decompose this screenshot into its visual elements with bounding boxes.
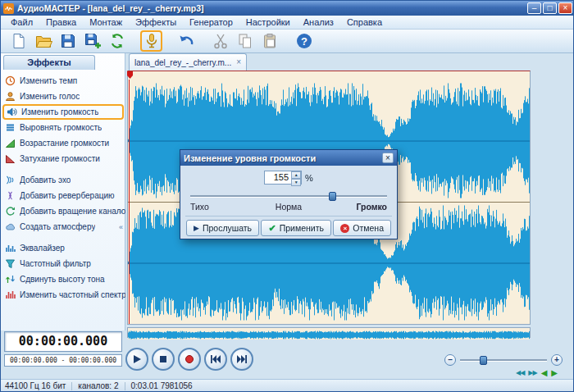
skip-back-icon	[210, 354, 221, 364]
playhead-marker-icon[interactable]	[127, 71, 133, 79]
zoom-slider-track[interactable]	[460, 359, 547, 362]
copy-button[interactable]	[234, 30, 256, 52]
volume-slider-handle[interactable]	[329, 192, 336, 201]
menu-file[interactable]: Файл	[4, 16, 39, 28]
copy-icon	[236, 32, 254, 50]
paste-icon	[261, 32, 279, 50]
menu-generator[interactable]: Генератор	[183, 16, 239, 28]
cancel-button[interactable]: × Отмена	[333, 220, 391, 236]
open-button[interactable]	[32, 30, 54, 52]
play-preview-icon: ▶	[194, 224, 199, 232]
undo-button[interactable]	[175, 30, 197, 52]
volume-value: 155	[274, 172, 289, 182]
sidebar-item-fade-out[interactable]: Затухание громкости	[1, 151, 125, 166]
cancel-icon: ×	[340, 224, 349, 233]
volume-slider-track[interactable]	[190, 195, 387, 198]
app-window: АудиоМАСТЕР - [lana_del_rey_-_cherry.mp3…	[0, 0, 574, 392]
spinner-down-icon[interactable]: ▼	[291, 179, 301, 186]
rotate-icon	[5, 206, 16, 217]
menu-effects[interactable]: Эффекты	[129, 16, 183, 28]
listen-button[interactable]: ▶ Прослушать	[186, 220, 259, 236]
overview-canvas[interactable]	[128, 330, 530, 340]
overview-strip[interactable]	[127, 327, 531, 338]
level-bars-icon	[5, 122, 16, 133]
listen-button-label: Прослушать	[203, 223, 252, 233]
tab-close-icon[interactable]: ×	[236, 58, 241, 66]
sidebar-item-shift-pitch[interactable]: Сдвинуть высоту тона	[1, 271, 125, 287]
minimize-button[interactable]: –	[527, 2, 541, 14]
apply-button[interactable]: ✔ Применить	[261, 220, 330, 236]
sidebar-item-change-voice[interactable]: Изменить голос	[1, 89, 125, 104]
maximize-button[interactable]: □	[543, 2, 557, 14]
sidebar-item-label: Изменить частотный спектр	[20, 290, 125, 299]
volume-spinner: ▲ ▼	[291, 171, 301, 184]
new-file-icon	[10, 32, 28, 50]
status-divider	[125, 382, 125, 390]
help-button[interactable]: ?	[293, 30, 315, 52]
sidebar-item-change-volume[interactable]: Изменить громкость	[2, 104, 124, 120]
play-icon	[132, 354, 142, 364]
toolbar: ?	[1, 30, 574, 53]
sidebar-item-label: Затухание громкости	[20, 154, 100, 163]
dialog-close-button[interactable]: ×	[382, 153, 394, 163]
title-bar[interactable]: АудиоМАСТЕР - [lana_del_rey_-_cherry.mp3…	[1, 1, 574, 16]
scroll-left-icon[interactable]: ◀◀	[516, 369, 524, 376]
stop-button[interactable]	[152, 348, 175, 371]
scroll-right-icon[interactable]: ▶▶	[528, 369, 536, 376]
cut-button[interactable]	[209, 30, 231, 52]
menu-analysis[interactable]: Анализ	[297, 16, 340, 28]
sidebar-item-level-volume[interactable]: Выровнять громкость	[1, 120, 125, 135]
volume-value-input[interactable]: 155 ▲ ▼	[264, 171, 302, 185]
equalizer-icon	[5, 243, 16, 253]
dialog-title-bar[interactable]: Изменение уровня громкости ×	[180, 150, 397, 166]
sidebar-item-equalizer[interactable]: Эквалайзер	[1, 240, 125, 256]
save-button[interactable]	[57, 30, 79, 52]
sidebar-item-change-tempo[interactable]: Изменить темп	[1, 73, 125, 89]
status-position: 0:03.01 7981056	[131, 381, 193, 390]
sidebar-item-label: Частотный фильтр	[20, 259, 91, 268]
menu-edit[interactable]: Правка	[39, 16, 83, 28]
sidebar-item-frequency-filter[interactable]: Частотный фильтр	[1, 256, 125, 271]
apply-button-label: Применить	[280, 223, 324, 233]
sidebar-item-channel-rotation[interactable]: Добавить вращение каналов«	[1, 203, 125, 219]
close-button[interactable]: ×	[558, 2, 572, 14]
paste-button[interactable]	[258, 30, 280, 52]
sidebar-item-add-echo[interactable]: Добавить эхо	[1, 172, 125, 188]
dialog-title: Изменение уровня громкости	[184, 153, 382, 163]
convert-button[interactable]	[106, 30, 128, 52]
jump-end-icon[interactable]: ▶	[551, 368, 558, 377]
spinner-up-icon[interactable]: ▲	[291, 171, 301, 179]
play-button[interactable]	[125, 348, 148, 371]
spectrum-icon	[5, 289, 16, 300]
jump-start-icon[interactable]: ◀	[541, 368, 548, 377]
undo-icon	[177, 32, 195, 50]
zoom-out-button[interactable]: –	[444, 354, 456, 366]
collapse-arrow-icon[interactable]: «	[119, 223, 123, 231]
record-transport-button[interactable]	[178, 348, 201, 371]
menu-montage[interactable]: Монтаж	[83, 16, 129, 28]
previous-button[interactable]	[204, 348, 227, 371]
collapse-arrow-icon[interactable]: «	[119, 207, 123, 216]
sidebar-item-add-reverb[interactable]: Добавить реверберацию	[1, 188, 125, 203]
zoom-slider-handle[interactable]	[480, 356, 487, 365]
timeline-ruler[interactable]	[128, 71, 530, 80]
tab-label: lana_del_rey_-_cherry.m...	[134, 58, 231, 67]
microphone-icon	[143, 32, 161, 50]
sidebar-item-fade-in[interactable]: Возрастание громкости	[1, 135, 125, 151]
new-file-button[interactable]	[7, 30, 30, 52]
menu-help[interactable]: Справка	[340, 16, 389, 28]
document-tab[interactable]: lana_del_rey_-_cherry.m... ×	[129, 53, 247, 71]
dialog-separator	[185, 216, 392, 217]
status-channels: каналов: 2	[78, 381, 118, 390]
save-as-button[interactable]	[81, 30, 103, 52]
next-button[interactable]	[230, 348, 253, 371]
help-icon: ?	[295, 32, 313, 50]
transport-controls	[125, 348, 253, 371]
record-button[interactable]	[140, 30, 162, 52]
menu-settings[interactable]: Настройки	[239, 16, 297, 28]
clock-icon	[5, 75, 16, 86]
sidebar-item-change-spectrum[interactable]: Изменить частотный спектр	[1, 287, 125, 303]
sidebar-item-create-atmosphere[interactable]: Создать атмосферу«	[1, 219, 125, 235]
zoom-in-button[interactable]: +	[551, 354, 563, 366]
sidebar-item-label: Возрастание громкости	[20, 139, 109, 148]
